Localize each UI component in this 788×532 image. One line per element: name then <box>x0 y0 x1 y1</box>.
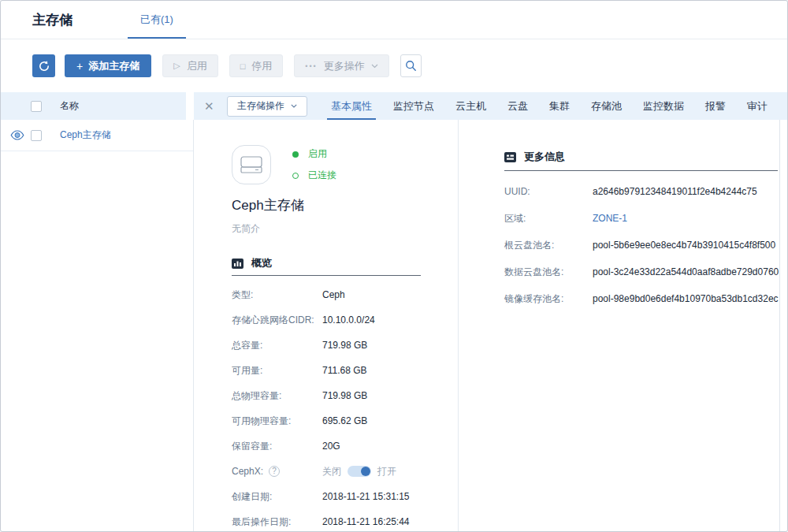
cephx-toggle[interactable] <box>348 466 371 477</box>
page-title: 主存储 <box>32 11 72 29</box>
enabled-dot-icon <box>292 151 299 158</box>
field-label: 可用量: <box>232 364 322 377</box>
field-create-date: 创建日期: 2018-11-21 15:31:15 <box>232 490 458 503</box>
field-total-physical-capacity: 总物理容量: 719.98 GB <box>232 389 458 402</box>
row-checkbox[interactable] <box>31 130 42 141</box>
field-heartbeat-cidr: 存储心跳网络CIDR: 10.10.0.0/24 <box>232 314 458 326</box>
more-info-heading-label: 更多信息 <box>524 150 565 164</box>
name-column-header: 名称 <box>60 99 79 113</box>
overview-heading: 概览 <box>232 256 458 270</box>
enable-label: 启用 <box>187 59 207 73</box>
field-value: 695.62 GB <box>322 415 367 427</box>
close-icon[interactable]: ✕ <box>204 99 218 113</box>
field-label: 总物理容量: <box>232 389 322 402</box>
field-value: pool-5b6e9ee0e8ec4b74b3910415c4f8f500 <box>593 239 775 251</box>
field-label: 根云盘池名: <box>504 239 593 251</box>
more-info-rule <box>504 170 778 171</box>
field-last-op-date: 最后操作日期: 2018-11-21 16:25:44 <box>232 515 458 528</box>
field-value: Ceph <box>322 288 345 301</box>
basic-attributes-column: 启用 已连接 Ceph主存储 无简介 <box>194 120 458 531</box>
ellipsis-icon: ••• <box>305 62 317 70</box>
help-icon[interactable]: ? <box>269 466 280 477</box>
search-button[interactable] <box>400 54 422 77</box>
enable-button[interactable]: ▷ 启用 <box>162 54 217 77</box>
field-label: 可用物理容量: <box>232 415 322 427</box>
hard-drive-icon <box>232 145 271 184</box>
storage-name-link[interactable]: Ceph主存储 <box>60 128 111 142</box>
plus-icon: + <box>76 60 83 73</box>
field-total-capacity: 总容量: 719.98 GB <box>232 339 458 352</box>
field-available-physical-capacity: 可用物理容量: 695.62 GB <box>232 415 458 427</box>
add-primary-storage-button[interactable]: + 添加主存储 <box>65 54 151 77</box>
storage-actions-dropdown[interactable]: 主存储操作 <box>227 96 307 117</box>
content-area: 名称 Ceph主存储 ✕ <box>1 92 787 531</box>
field-value: pool-98e9bd0e6def4b10970ba53db1cd32ec <box>593 292 779 305</box>
status-connected-label: 已连接 <box>308 169 336 182</box>
toggle-knob <box>361 467 370 476</box>
storage-title: Ceph主存储 <box>232 196 458 214</box>
tab-basic-attributes[interactable]: 基本属性 <box>331 92 372 120</box>
field-value: 711.68 GB <box>322 364 366 377</box>
disable-label: 停用 <box>251 59 272 73</box>
cephx-label: CephX: <box>232 465 263 478</box>
field-value: pool-3c24e33d22a544d0aaf8adbe729d0760 <box>593 266 779 278</box>
field-label: 存储心跳网络CIDR: <box>232 314 322 326</box>
storage-hero: 启用 已连接 <box>232 145 458 184</box>
field-root-volume-pool: 根云盘池名: pool-5b6e9ee0e8ec4b74b3910415c4f8… <box>504 239 778 251</box>
status-enabled-label: 启用 <box>308 147 327 161</box>
field-data-volume-pool: 数据云盘池名: pool-3c24e33d22a544d0aaf8adbe729… <box>504 266 778 278</box>
overview-rule <box>232 275 421 276</box>
app-window: 主存储 已有(1) + 添加主存储 ▷ 启用 □ 停用 ••• 更多操作 <box>0 0 788 532</box>
storage-actions-label: 主存储操作 <box>237 99 284 113</box>
tab-monitor-nodes[interactable]: 监控节点 <box>393 92 434 120</box>
search-icon <box>405 60 417 72</box>
field-value: 2018-11-21 16:25:44 <box>322 515 410 528</box>
tab-audit[interactable]: 审计 <box>747 92 768 120</box>
tab-existing[interactable]: 已有(1) <box>128 1 186 39</box>
field-value: 2018-11-21 15:31:15 <box>322 490 410 503</box>
field-value: 10.10.0.0/24 <box>322 314 375 326</box>
cephx-label-group: CephX: ? <box>232 465 322 478</box>
connected-ring-icon <box>292 173 299 179</box>
zone-link[interactable]: ZONE-1 <box>593 212 627 225</box>
field-label: 最后操作日期: <box>232 515 322 528</box>
more-info-heading: 更多信息 <box>504 150 778 164</box>
toolbar: + 添加主存储 ▷ 启用 □ 停用 ••• 更多操作 <box>1 39 787 92</box>
status-block: 启用 已连接 <box>292 145 336 184</box>
more-info-column: 更多信息 UUID: a2646b97912348419011f2e4b4244… <box>458 120 780 531</box>
chevron-down-icon <box>291 104 297 108</box>
toggle-on-label: 打开 <box>377 465 396 478</box>
tab-monitor-data[interactable]: 监控数据 <box>643 92 684 120</box>
field-zone: 区域: ZONE-1 <box>504 212 778 225</box>
field-label: 数据云盘池名: <box>504 266 593 278</box>
field-label: 保留容量: <box>232 440 322 452</box>
disable-button[interactable]: □ 停用 <box>229 54 284 77</box>
overview-heading-label: 概览 <box>251 256 272 270</box>
add-primary-storage-label: 添加主存储 <box>88 59 139 73</box>
field-label: 总容量: <box>232 339 322 352</box>
detail-panel: ✕ 主存储操作 基本属性 监控节点 云主机 云盘 集群 存储池 监控数据 报警 <box>194 92 787 531</box>
tab-alerts[interactable]: 报警 <box>705 92 726 120</box>
detail-header: ✕ 主存储操作 基本属性 监控节点 云主机 云盘 集群 存储池 监控数据 报警 <box>194 92 787 120</box>
list-body: Ceph主存储 <box>1 120 194 531</box>
more-actions-button[interactable]: ••• 更多操作 <box>294 54 388 77</box>
detail-body: 启用 已连接 Ceph主存储 无简介 <box>194 120 787 531</box>
field-image-cache-pool: 镜像缓存池名: pool-98e9bd0e6def4b10970ba53db1c… <box>504 292 778 305</box>
field-uuid: UUID: a2646b97912348419011f2e4b4244c75 <box>504 185 778 198</box>
tab-storage-pools[interactable]: 存储池 <box>591 92 622 120</box>
bar-chart-square-icon <box>232 259 243 269</box>
refresh-button[interactable] <box>32 54 55 77</box>
field-value: 719.98 GB <box>322 339 367 352</box>
tab-volumes[interactable]: 云盘 <box>507 92 528 120</box>
overview-section: 概览 类型: Ceph 存储心跳网络CIDR: 10.10.0.0/24 总 <box>232 256 458 528</box>
watching-eye-icon <box>10 130 24 140</box>
chevron-down-icon <box>371 64 378 69</box>
field-label: 镜像缓存池名: <box>504 292 593 305</box>
field-value: 719.98 GB <box>322 389 367 402</box>
tab-clusters[interactable]: 集群 <box>549 92 570 120</box>
field-label: 区域: <box>504 212 593 225</box>
tab-vm-instances[interactable]: 云主机 <box>455 92 486 120</box>
select-all-checkbox[interactable] <box>31 101 42 112</box>
field-label: 创建日期: <box>232 490 322 503</box>
list-item-ceph-storage[interactable]: Ceph主存储 <box>1 120 193 151</box>
